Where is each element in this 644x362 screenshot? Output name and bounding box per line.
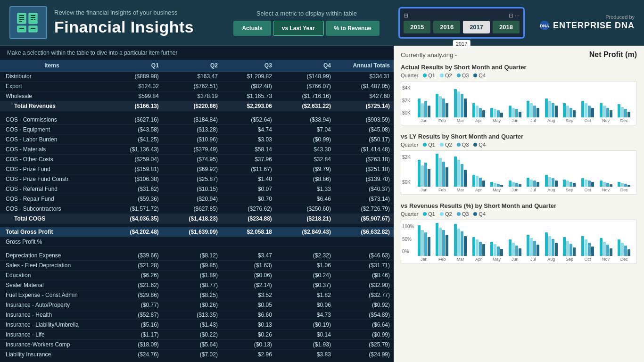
- table-row[interactable]: Distributor($889.98)$163.47$1,209.82($14…: [0, 72, 394, 82]
- metric-vs-last-year-button[interactable]: vs Last Year: [273, 21, 324, 36]
- chart-bar: [591, 247, 594, 256]
- table-row[interactable]: Education($6.26)($1.89)($0.06)($0.24)($8…: [0, 270, 394, 280]
- left-panel: Make a selection within the table to div…: [0, 46, 394, 362]
- q2-dot: [440, 74, 444, 77]
- svg-rect-9: [34, 19, 35, 20]
- table-row[interactable]: Wholesale$599.84$378.19$1,165.73($1,716.…: [0, 91, 394, 101]
- chart-month-label: Feb: [438, 257, 446, 262]
- table-row[interactable]: COS - Other Costs($259.04)($74.95)$37.96…: [0, 154, 394, 164]
- chart2-legend-q3: Q3: [457, 142, 469, 148]
- chart-month-label: Jan: [421, 188, 428, 192]
- table-row[interactable]: Gross Profit %: [0, 237, 394, 247]
- year-2018-button[interactable]: 2018: [493, 21, 520, 33]
- chart-bar: [527, 235, 529, 256]
- chart-bar-group: Sep: [561, 154, 578, 192]
- chart-month-label: Jul: [530, 118, 536, 123]
- year-selector-icon-left: ⊟: [404, 12, 408, 19]
- table-header-row: Items Q1 Q2 Q3 Q4 Annual Totals: [0, 60, 394, 72]
- chart-month-label: Apr: [475, 257, 482, 262]
- chart-month-label: Sep: [566, 257, 573, 262]
- chart-bar: [500, 113, 503, 117]
- svg-rect-2: [19, 17, 24, 18]
- table-row[interactable]: COS - Commissions($627.16)($184.84)($52.…: [0, 115, 394, 125]
- table-row[interactable]: Insurance - Auto/Property($0.77)($0.26)$…: [0, 300, 394, 310]
- table-row[interactable]: Sealer Material($21.62)($8.77)($2.14)($0…: [0, 280, 394, 290]
- chart-bar: [494, 109, 496, 117]
- svg-rect-4: [19, 21, 22, 22]
- table-row[interactable]: Liability Insurance($24.76)($7.02)$2.96$…: [0, 349, 394, 359]
- table-row[interactable]: Sales - Fleet Depreciation($21.28)($9.85…: [0, 260, 394, 270]
- metric-actuals-button[interactable]: Actuals: [233, 21, 271, 36]
- col-q2: Q2: [163, 60, 222, 72]
- table-row[interactable]: Insurance - Life($1.17)($0.22)$0.26$0.14…: [0, 329, 394, 339]
- chart-bar-group: Aug: [543, 154, 560, 192]
- chart2-y-2k: $2K: [402, 155, 411, 160]
- dna-brand: DNA ENTERPRISE DNA: [539, 20, 635, 31]
- table-row[interactable]: Insurance - Liability/Umbrella($5.16)($1…: [0, 320, 394, 329]
- year-2017-button[interactable]: 2017: [463, 21, 490, 33]
- metric-buttons: Actuals vs Last Year % to Revenue: [233, 21, 380, 36]
- table-row[interactable]: COS - Prize Fund Constr.($106.38)($25.87…: [0, 174, 394, 184]
- table-row[interactable]: COS - Materials($1,136.43)($379.49)$58.1…: [0, 144, 394, 154]
- chart-month-label: Jan: [421, 118, 428, 123]
- chart-bar: [555, 181, 558, 187]
- chart1-legend-label: Quarter: [401, 73, 418, 78]
- table-row[interactable]: COS - Prize Fund($159.81)($69.92)($11.67…: [0, 164, 394, 174]
- table-row[interactable]: Total COGS($4,036.35)($1,418.23)($234.88…: [0, 214, 394, 223]
- metric-pct-revenue-button[interactable]: % to Revenue: [326, 21, 380, 36]
- app-logo: [9, 6, 47, 39]
- chart-month-label: Jul: [530, 188, 536, 192]
- chart-bar-group: Apr: [470, 84, 487, 123]
- chart-bar: [512, 243, 515, 256]
- table-row[interactable]: Insurance - Health($52.87)($13.35)$6.60$…: [0, 310, 394, 320]
- table-row[interactable]: COS - Equipment($43.58)($13.28)$4.74$7.0…: [0, 124, 394, 134]
- chart-bar: [497, 247, 500, 256]
- chart-month-label: Jun: [512, 257, 519, 262]
- table-row[interactable]: COS - Labor Burden($41.25)($10.96)$3.03(…: [0, 134, 394, 144]
- chart-bar: [566, 106, 569, 117]
- chart-bar: [519, 184, 521, 187]
- chart-bar: [545, 99, 548, 117]
- chart-month-label: Feb: [438, 188, 446, 192]
- table-scroll[interactable]: Items Q1 Q2 Q3 Q4 Annual Totals Distribu…: [0, 60, 394, 359]
- chart-bar: [428, 237, 430, 256]
- chart-bar: [515, 246, 518, 256]
- table-row[interactable]: Insurance-Workers Comp($18.09)($5.64)($0…: [0, 339, 394, 349]
- chart-month-label: Jun: [512, 118, 519, 123]
- analyzing-bar: Currently analyzing - Net Profit (m): [401, 50, 637, 59]
- table-row[interactable]: COS - Repair Fund($59.36)($20.94)$0.70$6…: [0, 194, 394, 204]
- col-annual: Annual Totals: [335, 60, 394, 72]
- right-panel: Currently analyzing - Net Profit (m) Act…: [394, 46, 644, 362]
- table-row[interactable]: Fuel Expense - Const.Admin($29.86)($8.25…: [0, 290, 394, 300]
- main-content: Make a selection within the table to div…: [0, 46, 644, 362]
- chart-month-label: Aug: [547, 188, 555, 192]
- table-row[interactable]: Export$124.02($762.51)($82.48)($766.07)(…: [0, 82, 394, 91]
- table-row[interactable]: Total Gross Profit($4,202.48)($1,639.09)…: [0, 227, 394, 237]
- chart-bar: [585, 180, 587, 187]
- table-row[interactable]: COS - Referral Fund($31.62)($10.15)$0.07…: [0, 184, 394, 194]
- chart-bar: [624, 184, 627, 187]
- chart-bar: [436, 94, 438, 117]
- chart-bar-group: Jun: [506, 223, 524, 262]
- chart-bar-group: May: [488, 223, 505, 262]
- c2-q1-label: Q1: [428, 142, 435, 148]
- chart-bar: [446, 235, 448, 256]
- table-row[interactable]: COS - Subcontractors($1,571.72)($627.85)…: [0, 204, 394, 214]
- chart-bar-group: Nov: [597, 154, 615, 192]
- chart-bar: [418, 160, 421, 187]
- table-row[interactable]: Total Revenues($166.13)($220.86)$2,293.0…: [0, 101, 394, 111]
- chart-bar: [424, 163, 427, 187]
- chart-bar-group: Sep: [561, 223, 578, 262]
- year-2016-button[interactable]: 2016: [433, 21, 460, 33]
- chart1-y-labels: $4K $2K $0K: [402, 85, 411, 115]
- chart-bar: [603, 106, 606, 117]
- chart-bar: [497, 184, 500, 187]
- chart-bar: [533, 241, 536, 256]
- chart-bar: [566, 241, 569, 256]
- table-row[interactable]: Depreciation Expense($39.66)($8.12)$3.47…: [0, 251, 394, 261]
- chart-bar: [588, 181, 591, 187]
- svg-rect-11: [19, 28, 24, 29]
- chart-month-label: Jun: [512, 188, 519, 192]
- year-2015-button[interactable]: 2015: [404, 21, 430, 33]
- net-profit-label: Net Profit (m): [589, 50, 637, 59]
